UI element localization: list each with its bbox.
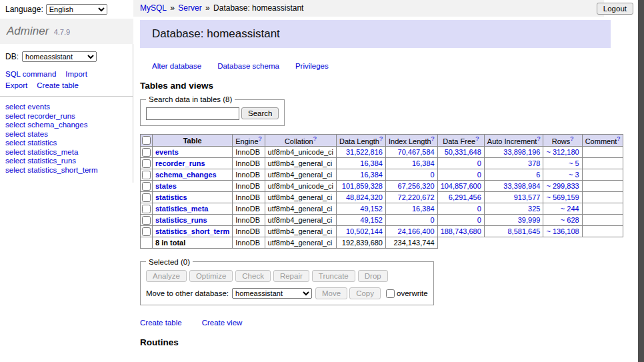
data-free-link[interactable]: 50,331,648 (445, 148, 481, 156)
row-checkbox[interactable] (142, 148, 151, 157)
truncate-button[interactable]: Truncate (312, 270, 355, 282)
data-length-link[interactable]: 31,522,816 (346, 148, 383, 156)
sidebar-select-statistics-short-term[interactable]: select statistics_short_term (5, 166, 127, 175)
sidebar-select-schema-changes[interactable]: select schema_changes (5, 121, 127, 130)
sidebar-select-states[interactable]: select states (5, 130, 127, 139)
table-link-events[interactable]: events (155, 148, 179, 156)
rows-count-link[interactable]: ~ 136,108 (546, 227, 579, 235)
index-length-link[interactable]: 16,384 (412, 205, 435, 213)
sidebar-select-recorder-runs[interactable]: select recorder_runs (5, 112, 127, 121)
sidebar-select-statistics-runs[interactable]: select statistics_runs (5, 157, 127, 166)
version-label[interactable]: 4.7.9 (54, 28, 70, 36)
rows-count-link[interactable]: ~ 5 (569, 159, 579, 167)
sidebar-link-sql-command[interactable]: SQL command (5, 70, 56, 78)
table-link-statistics-short-term[interactable]: statistics_short_term (155, 227, 229, 235)
index-length-link[interactable]: 70,467,584 (398, 148, 435, 156)
move-db-select[interactable]: homeassistant (232, 288, 312, 299)
sidebar-select-events[interactable]: select events (5, 103, 127, 112)
help-icon[interactable]: ? (379, 135, 383, 142)
auto-increment-link[interactable]: 6 (536, 171, 540, 179)
db-select[interactable]: homeassistant (22, 51, 97, 62)
help-icon[interactable]: ? (617, 135, 620, 142)
data-length-link[interactable]: 16,384 (360, 171, 383, 179)
sidebar-select-statistics[interactable]: select statistics (5, 139, 127, 148)
index-length-link[interactable]: 0 (431, 171, 435, 179)
help-icon[interactable]: ? (475, 135, 479, 142)
adminer-logo[interactable]: Adminer (7, 25, 49, 37)
search-input[interactable] (146, 107, 239, 120)
index-length-link[interactable]: 16,384 (412, 159, 435, 167)
select-all-checkbox[interactable] (142, 136, 151, 145)
row-checkbox[interactable] (142, 205, 151, 213)
repair-button[interactable]: Repair (273, 270, 309, 282)
table-link-recorder-runs[interactable]: recorder_runs (155, 159, 205, 167)
table-link-statistics[interactable]: statistics (155, 193, 187, 201)
data-free-link[interactable]: 0 (477, 159, 481, 167)
data-length-link[interactable]: 49,152 (360, 216, 383, 224)
create-view-link[interactable]: Create view (202, 319, 243, 327)
vertical-scrollbar[interactable] (638, 0, 644, 362)
data-length-link[interactable]: 16,384 (360, 159, 383, 167)
data-free-link[interactable]: 0 (477, 171, 481, 179)
analyze-button[interactable]: Analyze (146, 270, 187, 282)
move-button[interactable]: Move (315, 287, 347, 299)
table-link-statistics-runs[interactable]: statistics_runs (155, 216, 207, 224)
sidebar-link-export[interactable]: Export (5, 81, 27, 89)
help-icon[interactable]: ? (431, 135, 435, 142)
row-checkbox[interactable] (142, 171, 151, 179)
auto-increment-link[interactable]: 8,581,645 (507, 227, 540, 235)
data-free-link[interactable]: 6,291,456 (449, 193, 481, 201)
help-icon[interactable]: ? (313, 135, 317, 142)
data-length-link[interactable]: 49,152 (360, 205, 383, 213)
breadcrumb-link-mysql[interactable]: MySQL (140, 3, 167, 13)
overwrite-option[interactable]: overwrite (386, 289, 428, 297)
language-select[interactable]: English (46, 4, 107, 15)
auto-increment-link[interactable]: 378 (528, 159, 540, 167)
auto-increment-link[interactable]: 33,398,984 (503, 182, 540, 190)
index-length-link[interactable]: 0 (431, 216, 435, 224)
drop-button[interactable]: Drop (358, 270, 388, 282)
data-length-link[interactable]: 10,502,144 (346, 227, 383, 235)
auto-increment-link[interactable]: 33,898,196 (503, 148, 540, 156)
table-link-schema-changes[interactable]: schema_changes (155, 171, 217, 179)
data-free-link[interactable]: 104,857,600 (441, 182, 481, 190)
sidebar-link-create-table[interactable]: Create table (37, 81, 79, 89)
rows-count-link[interactable]: ~ 628 (561, 216, 579, 224)
rows-count-link[interactable]: ~ 312,180 (546, 148, 579, 156)
row-checkbox[interactable] (142, 159, 151, 168)
auto-increment-link[interactable]: 913,577 (514, 193, 541, 201)
index-length-link[interactable]: 67,256,320 (398, 182, 435, 190)
create-table-link[interactable]: Create table (140, 319, 182, 327)
alter-database-link[interactable]: Alter database (152, 62, 201, 70)
rows-count-link[interactable]: ~ 244 (561, 205, 579, 213)
table-link-statistics-meta[interactable]: statistics_meta (155, 205, 209, 213)
data-free-link[interactable]: 0 (477, 205, 481, 213)
breadcrumb-link-server[interactable]: Server (178, 3, 201, 13)
help-icon[interactable]: ? (537, 135, 540, 142)
logout-button[interactable]: Logout (597, 3, 633, 15)
row-checkbox[interactable] (142, 216, 151, 225)
sidebar-link-import[interactable]: Import (65, 70, 87, 78)
overwrite-checkbox[interactable] (386, 289, 395, 298)
copy-button[interactable]: Copy (349, 287, 381, 299)
table-link-states[interactable]: states (155, 182, 177, 190)
rows-count-link[interactable]: ~ 569,159 (546, 193, 579, 201)
privileges-link[interactable]: Privileges (295, 62, 329, 70)
check-button[interactable]: Check (235, 270, 271, 282)
rows-count-link[interactable]: ~ 3 (569, 171, 579, 179)
row-checkbox[interactable] (142, 193, 151, 202)
help-icon[interactable]: ? (259, 135, 262, 142)
search-button[interactable]: Search (241, 107, 279, 119)
optimize-button[interactable]: Optimize (189, 270, 233, 282)
database-schema-link[interactable]: Database schema (217, 62, 279, 70)
scrollbar-thumb[interactable] (638, 0, 644, 362)
data-free-link[interactable]: 0 (477, 216, 481, 224)
rows-count-link[interactable]: ~ 299,833 (546, 182, 579, 190)
index-length-link[interactable]: 72,220,672 (398, 193, 435, 201)
row-checkbox[interactable] (142, 182, 151, 191)
help-icon[interactable]: ? (570, 135, 573, 142)
index-length-link[interactable]: 24,166,400 (398, 227, 435, 235)
row-checkbox[interactable] (142, 227, 151, 236)
data-length-link[interactable]: 48,824,320 (346, 193, 383, 201)
data-free-link[interactable]: 188,743,680 (441, 227, 481, 235)
